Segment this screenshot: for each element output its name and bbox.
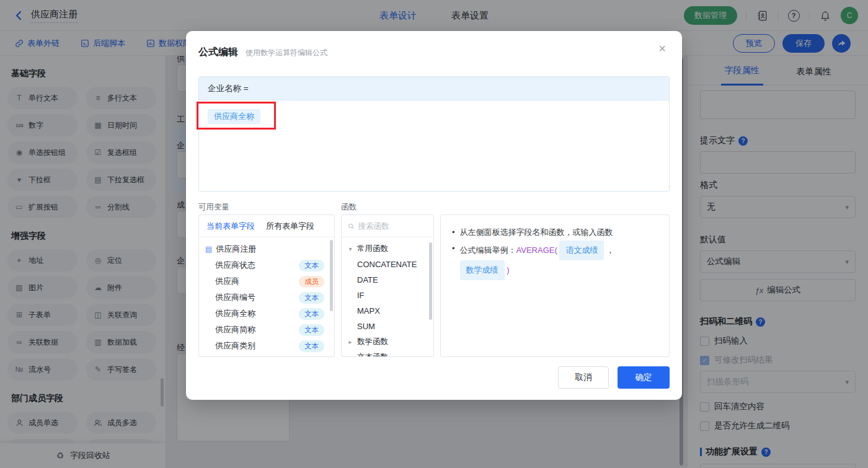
type-badge: 文本: [299, 324, 324, 336]
variable-item[interactable]: 供应商全称文本: [199, 306, 334, 322]
formula-edit-modal: 公式编辑 使用数学运算符编辑公式 × 企业名称 = 供应商全称 可用变量 函数 …: [186, 31, 682, 400]
variable-item[interactable]: 供应商状态文本: [199, 257, 334, 273]
function-item[interactable]: SUM: [342, 319, 433, 334]
function-group-text[interactable]: ▸文本函数: [342, 350, 433, 357]
variables-panel: 当前表单字段 所有表单字段 ▤供应商注册 供应商状态文本 供应商成员 供应商编号…: [198, 214, 335, 357]
close-icon[interactable]: ×: [658, 42, 666, 55]
formula-target: 企业名称 =: [199, 77, 669, 100]
search-icon: [348, 223, 354, 230]
tab-current-form-fields[interactable]: 当前表单字段: [206, 221, 255, 232]
formula-editor[interactable]: 企业名称 = 供应商全称: [198, 76, 670, 192]
bullet: •: [452, 241, 455, 280]
chevron-right-icon: ▸: [347, 354, 354, 357]
type-badge: 成员: [299, 276, 324, 288]
function-group-common[interactable]: ▾常用函数: [342, 241, 433, 257]
variable-item[interactable]: 供应商简称文本: [199, 322, 334, 338]
form-tree-root[interactable]: ▤供应商注册: [199, 241, 334, 257]
modal-subtitle: 使用数学运算符编辑公式: [246, 48, 327, 58]
form-doc-icon: ▤: [205, 245, 212, 254]
functions-label: 函数: [341, 202, 356, 213]
confirm-button[interactable]: 确定: [618, 366, 670, 389]
variables-scrollbar[interactable]: [330, 240, 333, 311]
type-badge: 文本: [299, 292, 324, 304]
function-item[interactable]: MAPX: [342, 303, 433, 319]
help-line-1: 从左侧面板选择字段名和函数，或输入函数: [460, 224, 613, 241]
tab-all-form-fields[interactable]: 所有表单字段: [266, 221, 314, 232]
formula-body[interactable]: 供应商全称: [199, 100, 669, 192]
type-badge: 文本: [299, 308, 324, 320]
type-badge: 文本: [299, 260, 324, 272]
function-search[interactable]: [342, 215, 433, 237]
function-search-input[interactable]: [358, 222, 427, 231]
modal-title: 公式编辑: [198, 46, 238, 59]
bullet: •: [452, 224, 455, 241]
function-item[interactable]: CONCATENATE: [342, 257, 433, 272]
function-item[interactable]: DATE: [342, 272, 433, 288]
app: 供应商注册 表单设计 表单设置 数据管理 ?: [0, 0, 868, 468]
variable-item[interactable]: 供应商编号文本: [199, 289, 334, 306]
functions-scrollbar[interactable]: [429, 242, 432, 320]
example-function-close: ): [507, 265, 509, 275]
formula-token[interactable]: 供应商全称: [208, 109, 260, 124]
help-line-2: 公式编辑举例：AVERAGE( 语文成绩 ， 数学成绩 ): [460, 241, 658, 280]
example-field-chip: 数学成绩: [460, 260, 505, 280]
example-function-name: AVERAGE(: [516, 245, 557, 255]
cancel-button[interactable]: 取消: [558, 366, 609, 389]
chevron-right-icon: ▸: [347, 338, 354, 345]
chevron-down-icon: ▾: [347, 245, 354, 252]
example-field-chip: 语文成绩: [559, 241, 604, 260]
functions-panel: ▾常用函数 CONCATENATE DATE IF MAPX SUM ▸数学函数…: [341, 214, 434, 357]
function-group-math[interactable]: ▸数学函数: [342, 334, 433, 350]
function-item[interactable]: IF: [342, 288, 433, 303]
variable-item[interactable]: 供应商成员: [199, 273, 334, 289]
help-panel: •从左侧面板选择字段名和函数，或输入函数 •公式编辑举例：AVERAGE( 语文…: [440, 214, 670, 357]
variables-label: 可用变量: [198, 202, 229, 213]
type-badge: 文本: [299, 340, 324, 352]
variable-item[interactable]: 供应商类别文本: [199, 338, 334, 354]
